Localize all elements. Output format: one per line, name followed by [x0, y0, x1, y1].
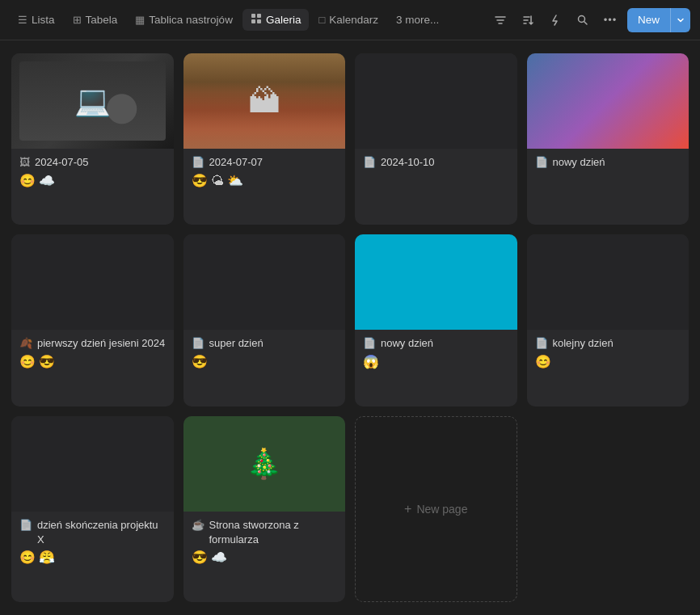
svg-rect-3 — [257, 19, 261, 23]
card-title-row: 📄 nowy dzień — [363, 336, 509, 351]
card-content: 📄 nowy dzień 😱 — [355, 330, 517, 406]
svg-rect-0 — [251, 14, 255, 18]
card-2024-10-10[interactable]: 📄 2024-10-10 — [355, 53, 517, 225]
tag-emoji-2: 😤 — [39, 551, 55, 564]
card-strona-formularza[interactable]: ☕ Strona stworzona z formularza 😎 ☁️ — [183, 416, 346, 602]
card-image-empty — [11, 234, 174, 330]
card-content: 📄 nowy dzień — [527, 149, 689, 225]
card-image-empty — [355, 53, 517, 149]
filter-button[interactable] — [488, 8, 512, 32]
new-button-dropdown[interactable] — [670, 8, 690, 32]
tag-emoji-1: 😊 — [19, 356, 36, 369]
new-page-card[interactable]: + New page — [355, 416, 517, 602]
card-title: super dzień — [209, 336, 264, 351]
nav-label-lista: Lista — [32, 14, 55, 26]
nav-label-kalendarz: Kalendarz — [329, 14, 378, 26]
board-icon: ▦ — [135, 14, 145, 26]
card-2024-07-07[interactable]: 📄 2024-07-07 😎 🌤 ⛅ — [183, 53, 346, 225]
card-title-row: 📄 dzień skończenia projektu X — [19, 518, 166, 546]
card-kolejny-dzien[interactable]: 📄 kolejny dzień 😊 — [527, 234, 689, 406]
list-icon: ☰ — [18, 14, 27, 26]
card-image-empty — [183, 234, 346, 330]
tag-emoji-1: 😊 — [19, 175, 36, 187]
nav-label-tablica: Tablica nastrojów — [149, 14, 233, 26]
tag-emoji-2: 😎 — [39, 356, 55, 369]
card-tags: 😎 ☁️ — [192, 551, 338, 564]
nav-label-tabela: Tabela — [86, 14, 118, 26]
card-tags: 😊 😎 — [19, 356, 166, 369]
card-image-empty — [527, 234, 689, 330]
tag-emoji-2: ☁️ — [211, 551, 227, 564]
tag-emoji-1: 😎 — [192, 551, 208, 564]
card-image-christmas — [183, 416, 346, 512]
card-page-icon: ☕ — [192, 519, 205, 531]
card-content: 📄 2024-10-10 — [355, 149, 517, 225]
tag-emoji-2: ☁️ — [39, 175, 55, 187]
card-content: 📄 super dzień 😎 — [183, 330, 346, 406]
card-dzien-skonczenia[interactable]: 📄 dzień skończenia projektu X 😊 😤 — [11, 416, 174, 602]
card-tags: 😱 — [363, 356, 509, 369]
table-icon: ⊞ — [73, 14, 82, 26]
card-content: 🖼 2024-07-05 😊 ☁️ — [11, 149, 174, 225]
card-title-row: 📄 kolejny dzień — [535, 336, 681, 351]
more-options-button[interactable]: ••• — [598, 8, 622, 32]
tag-emoji-1: 😎 — [192, 356, 208, 369]
card-page-icon: 🖼 — [19, 156, 30, 168]
sort-button[interactable] — [516, 8, 540, 32]
card-tags: 😊 ☁️ — [19, 175, 166, 187]
nav-actions: ••• — [488, 8, 622, 32]
card-title: pierwszy dzień jesieni 2024 — [37, 336, 165, 351]
card-tags: 😎 — [192, 356, 338, 369]
card-super-dzien[interactable]: 📄 super dzień 😎 — [183, 234, 346, 406]
nav-item-more[interactable]: 3 more... — [388, 10, 447, 30]
card-tags: 😊 😤 — [19, 551, 166, 564]
new-button-label: New — [638, 14, 660, 26]
card-title: nowy dzień — [553, 155, 605, 170]
nav-item-kalendarz[interactable]: □ Kalendarz — [310, 10, 386, 30]
card-title: 2024-10-10 — [381, 155, 435, 170]
card-page-icon: 📄 — [535, 337, 548, 349]
new-button-wrapper: New — [627, 8, 690, 32]
tag-emoji-1: 😊 — [535, 356, 551, 369]
card-title-row: 📄 super dzień — [192, 336, 338, 351]
card-pierwszy-dzien-jesieni[interactable]: 🍂 pierwszy dzień jesieni 2024 😊 😎 — [11, 234, 174, 406]
tag-emoji-3: ⛅ — [227, 175, 243, 187]
nav-item-tablica[interactable]: ▦ Tablica nastrojów — [127, 10, 241, 30]
card-page-icon: 📄 — [363, 156, 376, 168]
nav-item-galeria[interactable]: Galeria — [242, 9, 310, 31]
card-title: Strona stworzona z formularza — [209, 518, 338, 546]
card-title: 2024-07-05 — [35, 155, 89, 170]
tag-emoji-1: 😎 — [192, 175, 208, 187]
card-page-icon: 🍂 — [19, 337, 32, 349]
card-page-icon: 📄 — [363, 337, 376, 349]
card-page-icon: 📄 — [19, 519, 32, 531]
top-navigation: ☰ Lista ⊞ Tabela ▦ Tablica nastrojów Gal… — [0, 0, 700, 40]
card-title: 2024-07-07 — [209, 155, 264, 170]
automation-button[interactable] — [543, 8, 567, 32]
nav-label-more: 3 more... — [396, 14, 439, 26]
card-title: nowy dzień — [381, 336, 433, 351]
new-button-main[interactable]: New — [627, 8, 670, 32]
card-nowy-dzien-2[interactable]: 📄 nowy dzień 😱 — [355, 234, 517, 406]
card-content: 🍂 pierwszy dzień jesieni 2024 😊 😎 — [11, 330, 174, 406]
nav-item-lista[interactable]: ☰ Lista — [10, 10, 63, 30]
card-image-mountain — [183, 53, 346, 149]
card-nowy-dzien-1[interactable]: 📄 nowy dzień — [527, 53, 689, 225]
card-title-row: ☕ Strona stworzona z formularza — [192, 518, 338, 546]
tag-emoji-1: 😱 — [363, 356, 379, 369]
card-image-cyan — [355, 234, 517, 330]
card-2024-07-05[interactable]: 🖼 2024-07-05 😊 ☁️ — [11, 53, 174, 225]
card-page-icon: 📄 — [192, 156, 205, 168]
new-page-plus-icon: + — [404, 502, 411, 516]
tag-emoji-2: 🌤 — [211, 175, 224, 187]
svg-line-8 — [584, 22, 588, 25]
card-title: kolejny dzień — [553, 336, 614, 351]
search-button[interactable] — [571, 8, 595, 32]
card-content: ☕ Strona stworzona z formularza 😎 ☁️ — [183, 512, 346, 602]
card-content: 📄 dzień skończenia projektu X 😊 😤 — [11, 512, 174, 602]
card-title-row: 🖼 2024-07-05 — [19, 155, 166, 170]
nav-item-tabela[interactable]: ⊞ Tabela — [65, 10, 126, 30]
card-page-icon: 📄 — [535, 156, 548, 168]
nav-label-galeria: Galeria — [266, 14, 302, 26]
card-title-row: 🍂 pierwszy dzień jesieni 2024 — [19, 336, 166, 351]
